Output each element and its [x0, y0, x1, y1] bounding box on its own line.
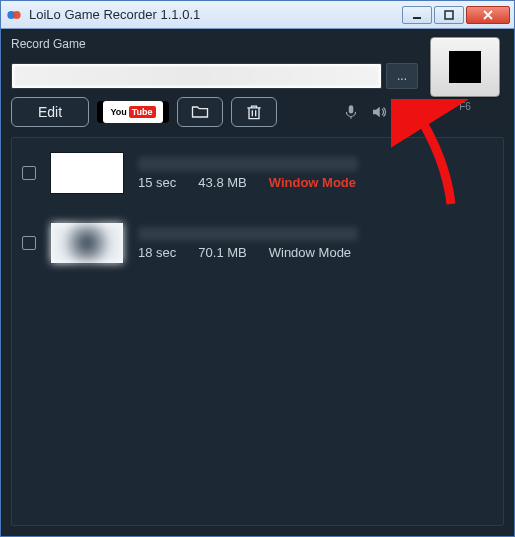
youtube-icon: YouTube: [103, 101, 163, 123]
recording-thumbnail[interactable]: [50, 152, 124, 194]
app-body: Record Game ... Edit YouTube: [1, 29, 514, 536]
trash-icon: [244, 102, 264, 122]
recording-filename-blurred: [138, 227, 358, 241]
recording-size: 43.8 MB: [198, 175, 246, 190]
gear-icon: [398, 103, 416, 121]
game-path-input[interactable]: [11, 63, 382, 89]
edit-button[interactable]: Edit: [11, 97, 89, 127]
record-hotkey-label: F6: [459, 101, 471, 112]
record-game-label: Record Game: [11, 37, 418, 51]
svg-rect-4: [349, 105, 354, 113]
mic-button[interactable]: [340, 101, 362, 123]
svg-point-5: [405, 110, 410, 115]
svg-point-1: [13, 11, 21, 19]
record-stop-button[interactable]: [430, 37, 500, 97]
game-path-value-blurred: [14, 66, 379, 86]
svg-rect-2: [413, 17, 421, 19]
recording-mode: Window Mode: [269, 175, 356, 190]
minimize-button[interactable]: [402, 6, 432, 24]
sound-button[interactable]: [368, 101, 390, 123]
recording-meta: 15 sec 43.8 MB Window Mode: [138, 157, 493, 190]
speaker-icon: [370, 103, 388, 121]
close-button[interactable]: [466, 6, 510, 24]
microphone-icon: [342, 103, 360, 121]
window-title: LoiLo Game Recorder 1.1.0.1: [29, 7, 402, 22]
recording-mode: Window Mode: [269, 245, 351, 260]
list-item[interactable]: 15 sec 43.8 MB Window Mode: [12, 138, 503, 208]
recording-meta: 18 sec 70.1 MB Window Mode: [138, 227, 493, 260]
window-controls: [402, 6, 510, 24]
recording-checkbox[interactable]: [22, 166, 36, 180]
delete-button[interactable]: [231, 97, 277, 127]
open-folder-button[interactable]: [177, 97, 223, 127]
titlebar[interactable]: LoiLo Game Recorder 1.1.0.1: [1, 1, 514, 29]
browse-button[interactable]: ...: [386, 63, 418, 89]
recording-checkbox[interactable]: [22, 236, 36, 250]
svg-rect-3: [445, 11, 453, 19]
recording-thumbnail[interactable]: [50, 222, 124, 264]
youtube-button[interactable]: YouTube: [97, 101, 169, 123]
recording-filename-blurred: [138, 157, 358, 171]
recording-duration: 18 sec: [138, 245, 176, 260]
app-icon: [5, 6, 23, 24]
stop-icon: [449, 51, 481, 83]
settings-button[interactable]: [396, 101, 418, 123]
recordings-list: 15 sec 43.8 MB Window Mode 18 sec 70.1 M…: [11, 137, 504, 526]
maximize-button[interactable]: [434, 6, 464, 24]
recording-size: 70.1 MB: [198, 245, 246, 260]
list-item[interactable]: 18 sec 70.1 MB Window Mode: [12, 208, 503, 278]
folder-icon: [190, 102, 210, 122]
app-window: LoiLo Game Recorder 1.1.0.1 Record Game: [0, 0, 515, 537]
recording-duration: 15 sec: [138, 175, 176, 190]
